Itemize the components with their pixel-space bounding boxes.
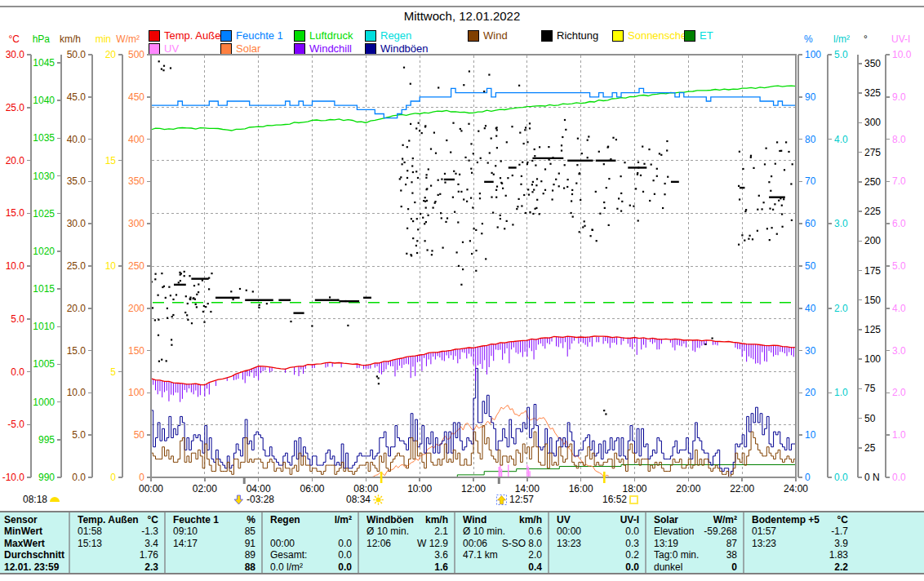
stats-table: SensorMinWertMaxWertDurchschnitt12.01. 2… [0, 511, 924, 574]
svg-text:-5.0: -5.0 [7, 419, 24, 430]
stats-cell-value: -1.3 [141, 526, 158, 537]
svg-text:10.0: 10.0 [892, 49, 912, 60]
svg-text:1035: 1035 [33, 132, 55, 144]
svg-text:990: 990 [38, 472, 55, 483]
axis-min: 20151050min [96, 33, 122, 483]
svg-text:50: 50 [864, 413, 876, 424]
stats-cell-value: 0.0 [625, 526, 639, 537]
sunrise-icon [50, 497, 60, 502]
stats-cell-value: 3.6 [434, 549, 448, 561]
stats-cell-value: 3.4 [144, 538, 158, 549]
svg-text:1005: 1005 [33, 358, 55, 370]
svg-text:45.0: 45.0 [67, 91, 87, 103]
stats-cell-value: 2.0 [528, 549, 542, 561]
sun-moon-marker: 08:34 [346, 494, 384, 505]
marker-time: 08:18 [23, 494, 47, 505]
svg-text:20: 20 [105, 49, 117, 60]
sun-icon [373, 495, 384, 505]
stats-cell-value: km/h [425, 514, 448, 526]
svg-text:25.0: 25.0 [6, 102, 25, 113]
stats-cell-label: 00:00 [270, 538, 295, 549]
stats-cell-value: 1.6 [434, 561, 448, 573]
uv-series [499, 464, 530, 477]
stats-cell-value: °C [837, 514, 848, 526]
et-series [151, 465, 796, 478]
stats-cell-value: 0.0 [338, 561, 352, 573]
svg-text:5: 5 [110, 366, 116, 378]
svg-text:00:00: 00:00 [139, 483, 163, 495]
svg-text:1.0: 1.0 [834, 387, 848, 398]
svg-text:0.0: 0.0 [72, 472, 86, 483]
svg-text:1015: 1015 [33, 283, 55, 295]
svg-text:1045: 1045 [33, 57, 55, 69]
marker-time: 12:57 [509, 494, 534, 505]
stats-column-wind: Windkm/hØ 10 min.0.600:06S-SO 8.047.1 km… [455, 512, 549, 573]
svg-text:325: 325 [864, 87, 881, 99]
svg-text:75: 75 [864, 383, 876, 394]
svg-text:10: 10 [805, 429, 816, 441]
svg-text:8.0: 8.0 [892, 134, 906, 145]
stats-column-solar: SolarW/m²Elevation-59.26813:1987Tag:0 mi… [646, 512, 744, 573]
svg-text:50: 50 [134, 429, 145, 441]
svg-text:9.0: 9.0 [892, 91, 906, 103]
stats-cell-label: dunkel [654, 561, 682, 573]
svg-text:1.0: 1.0 [892, 429, 906, 441]
svg-text:0.0: 0.0 [892, 472, 906, 483]
stats-cell-value: 2.3 [144, 561, 158, 573]
svg-text:2.0: 2.0 [892, 387, 906, 398]
stats-cell-value: 1.83 [829, 549, 848, 561]
axis-unit-label: UV-I [891, 33, 910, 45]
stats-cell-label: 0.0 l/m² [270, 561, 303, 573]
stats-cell-value: 0.0 [338, 549, 352, 561]
svg-text:5.0: 5.0 [834, 49, 848, 60]
stats-cell-label: 13:23 [557, 538, 581, 549]
moonset-icon [233, 495, 244, 505]
svg-text:40: 40 [805, 303, 816, 314]
sun-moon-marker: -03:28 [233, 494, 274, 505]
svg-text:100: 100 [864, 353, 881, 365]
moonrise-icon [496, 495, 507, 505]
stats-column-regen: Regenl/m²00:000.0Gesamt:0.00.0 l/m²0.0 [263, 512, 359, 573]
svg-text:10: 10 [105, 260, 117, 272]
stats-cell-label: Windböen [366, 514, 414, 526]
stats-cell-value: 0.3 [625, 538, 639, 549]
svg-text:06:00: 06:00 [300, 483, 324, 495]
axis-UVI: 10.09.08.07.06.05.04.03.02.01.00.0UV-I [886, 33, 912, 483]
svg-text:40.0: 40.0 [67, 134, 87, 145]
svg-text:15: 15 [105, 155, 117, 166]
stats-cell-label: Feuchte 1 [173, 514, 219, 526]
svg-text:0 N: 0 N [864, 472, 880, 483]
svg-text:400: 400 [128, 134, 144, 145]
marker-time: 16:52 [602, 494, 627, 505]
stats-cell-label: Ø 10 min. [366, 526, 409, 537]
svg-text:250: 250 [128, 260, 144, 272]
svg-text:300: 300 [128, 218, 144, 229]
stats-cell-value: -59.268 [704, 526, 737, 537]
stats-row-labels-column: SensorMinWertMaxWertDurchschnitt12.01. 2… [0, 512, 70, 573]
humidity-series [151, 88, 796, 118]
stats-cell-label: Tag:0 min. [654, 549, 699, 561]
stats-cell-value: W 12.9 [417, 538, 448, 549]
stats-cell-label: Elevation [654, 526, 694, 537]
svg-text:7.0: 7.0 [892, 175, 906, 187]
svg-text:350: 350 [864, 58, 881, 69]
svg-text:175: 175 [864, 265, 881, 277]
stats-row-label: Durchschnitt [0, 549, 69, 561]
svg-text:5.0: 5.0 [11, 313, 24, 325]
svg-text:450: 450 [128, 91, 144, 103]
svg-text:100: 100 [128, 387, 144, 398]
axis-unit-label: min [96, 33, 111, 45]
axis-°C: 30.025.020.015.010.05.00.0-5.0-10.0°C [2, 33, 31, 483]
x-axis: 00:0002:0004:0006:0008:0010:0012:0014:00… [139, 477, 808, 495]
svg-text:25.0: 25.0 [67, 260, 87, 272]
sun-moon-marker: 16:52 [602, 494, 638, 505]
svg-text:6.0: 6.0 [892, 218, 906, 229]
stats-cell-label: 47.1 km [463, 549, 498, 561]
svg-text:20.0: 20.0 [67, 303, 87, 314]
stats-column-feuchte-1: Feuchte 1%09:108514:17918988 [166, 512, 263, 573]
marker-time: -03:28 [247, 494, 274, 505]
axis-°: 3503253002752502252001751501251007550250… [858, 33, 881, 483]
stats-column-windb-en: Windböenkm/hØ 10 min.2.112:06W 12.93.61.… [359, 512, 455, 573]
svg-text:250: 250 [864, 176, 881, 188]
stats-cell-value: 89 [245, 549, 255, 561]
